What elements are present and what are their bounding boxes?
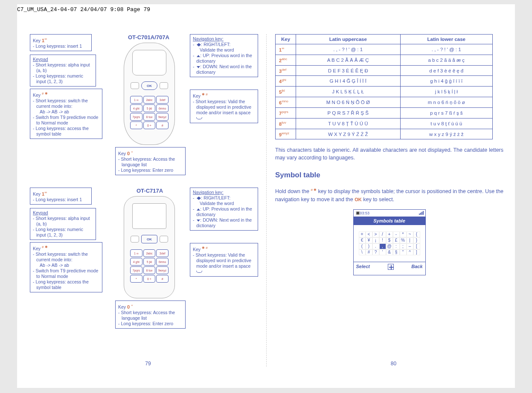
- key-cell: 7pqrs: [276, 107, 296, 118]
- phone-key: 7pqrs: [130, 113, 142, 121]
- key-cell: 6mno: [276, 97, 296, 108]
- upper-cell: A B C 2 Ã Ä Å Æ Ç: [296, 55, 401, 65]
- phone-key: 1 ∞: [130, 249, 142, 257]
- line: - Short keypress: alpha input (a, b): [33, 216, 93, 227]
- phone2-keypad: 1 ∞2abc3def4 ghi5 jkl6mno7pqrs8 tuv9wxyz…: [130, 249, 169, 283]
- symbol-cell: *: [400, 231, 407, 237]
- phone-key: 4 ghi: [130, 258, 142, 266]
- lower-cell: . , - ? ! ' @ : 1: [400, 44, 493, 55]
- label: Key: [118, 151, 126, 156]
- symbol-cell: !: [379, 237, 386, 243]
- symbol-cell: :: [393, 243, 400, 249]
- phone2-graphic: OK 1 ∞2abc3def4 ghi5 jkl6mno7pqrs8 tuv9w…: [124, 196, 175, 298]
- line: - Short keypress: Access the language li…: [118, 310, 183, 321]
- symbol-cell: §: [393, 249, 400, 255]
- left-page: OT-C701A/707A OK 1 ∞2abc3def4 ghi5 jkl6m…: [30, 34, 267, 367]
- text: - Short keypress: Valid the displayed wo…: [193, 99, 251, 115]
- lower-cell: j k l 5 ķ ĺ ļ ł: [400, 87, 493, 97]
- symbol-cell: ;: [400, 243, 407, 249]
- line: - Long keypress: access the symbol table: [33, 126, 99, 137]
- ok-key-icon: OK: [355, 197, 362, 202]
- phone-key: 8 tuv: [143, 113, 156, 121]
- upper-cell: D E F 3 È É Ě Ę Đ: [296, 65, 401, 76]
- phone-key: 6mno: [156, 258, 169, 266]
- phone-key: *: [130, 121, 142, 129]
- battery-time: 🔳03:53: [355, 211, 370, 215]
- softkey-back: Back: [411, 264, 422, 270]
- label: Key: [33, 38, 41, 43]
- line: Ab -> AB -> ab: [33, 109, 99, 115]
- phone2-nav: OK: [132, 231, 166, 247]
- hash-key-icon: # ✱: [311, 188, 317, 192]
- para-symbol: Hold down the # ✱ key to display the sym…: [275, 186, 503, 203]
- table-header: Key: [276, 35, 296, 44]
- text: : DOWN: Next word in the dictionary: [196, 217, 252, 228]
- line: - : DOWN: Next word in the dictionary: [193, 217, 255, 228]
- line: - Short keypress: alpha input (a, b): [33, 62, 93, 73]
- symbols-table-screenshot: 🔳03:53 Symbols table =<>/+-*~{€¥¡!$£%|}(…: [353, 209, 426, 275]
- lower-cell: a b c 2 ã ä å æ ç: [400, 55, 493, 65]
- line: - Long keypress: insert 1: [33, 43, 89, 49]
- key-cell: 3def: [276, 65, 296, 76]
- line: - Long keypress: Enter zero: [118, 168, 183, 173]
- line: - : RIGHT/LEFT:: [193, 195, 255, 201]
- symbols-grid: =<>/+-*~{€¥¡!$£%|}().,@:;–[\#?'&§"^]: [359, 231, 420, 255]
- phone1-keypad: 1 ∞2abc3def4 ghi5 jkl6mno7pqrs8 tuv9wxyz…: [130, 96, 169, 129]
- phone2-title: OT-C717A: [137, 188, 163, 194]
- symbol-cell: (: [359, 243, 366, 249]
- table-row: 1∞. , - ? ! ' @ : 1. , - ? ! ' @ : 1: [276, 44, 493, 55]
- phone-key: 9wxyz: [156, 266, 169, 274]
- line: Validate the word: [193, 201, 255, 206]
- symbol-cell: +: [386, 231, 393, 237]
- upper-cell: P Q R S 7 Ř Ŕ Ş Š: [296, 107, 401, 118]
- lower-cell: g h i 4 ğ ģ î í ï ī: [400, 76, 493, 87]
- star-sup: ✱ #: [202, 246, 208, 250]
- line: - Short keypress: Valid the displayed wo…: [193, 252, 255, 275]
- symbol-cell: |: [407, 237, 413, 243]
- soft-left-key: [131, 236, 139, 243]
- table-row: 4ghiG H I 4 Ğ Ģ Î Í Ï Īg h i 4 ğ ģ î í ï…: [276, 76, 493, 87]
- line: - : RIGHT/LEFT:: [193, 42, 255, 47]
- line: - : DOWN: Next word in the dictionary: [193, 64, 255, 75]
- callout-key0-b: Key 0 + - Short keypress: Access the lan…: [115, 301, 186, 329]
- table-row: 6mnoM N O 6 Ń Ņ Õ Ö Øm n o 6 ń ņ õ ö ø: [276, 97, 493, 108]
- symbol-cell: ]: [413, 249, 420, 255]
- symbol-cell: {: [413, 231, 420, 237]
- title: Keypad: [33, 57, 48, 62]
- symbol-cell: ^: [407, 249, 413, 255]
- symbol-cell: /: [379, 231, 386, 237]
- symbol-cell: #: [366, 249, 372, 255]
- label: Key: [33, 92, 41, 98]
- key-1-sup: ∞: [44, 37, 47, 41]
- key-cell: 1∞: [276, 44, 296, 55]
- label: Key: [118, 304, 126, 309]
- phone-key: 6mno: [156, 104, 169, 112]
- nav-cross-icon: [388, 264, 394, 270]
- table-row: 9wxyzW X Y Z 9 Ý Ź Ż Žw x y z 9 ý ź ż ž: [276, 129, 493, 139]
- lower-cell: m n o 6 ń ņ õ ö ø: [400, 97, 493, 108]
- line: - Switch from T9 predictive mode to Norm…: [33, 268, 99, 279]
- table-row: 8tuvT U V 8 Ţ Ť Ù Ú Üt u v 8 ţ ť ù ú ü: [276, 118, 493, 129]
- character-table: KeyLatin uppercaseLatin lower case 1∞. ,…: [275, 34, 493, 139]
- screen-statusbar: 🔳03:53: [354, 210, 425, 217]
- symbol-cell: .: [372, 243, 379, 249]
- text: Hold down the: [275, 189, 311, 195]
- title: Navigation key:: [193, 190, 224, 195]
- key-0-sup: +: [131, 150, 133, 154]
- lower-cell: w x y z 9 ý ź ż ž: [400, 129, 493, 139]
- text: : RIGHT/LEFT:: [201, 195, 230, 200]
- symbol-cell: –: [407, 243, 413, 249]
- symbol-cell: ?: [372, 249, 379, 255]
- para-generic: This characters table is generic. All av…: [275, 146, 503, 162]
- symbol-cell: $: [386, 237, 393, 243]
- hash-sup: # ✱: [42, 245, 48, 249]
- text: : UP: Previous word in the dictionary: [196, 206, 252, 217]
- line: - : UP: Previous word in the dictionary: [193, 206, 255, 217]
- key-0-sup: +: [131, 303, 133, 307]
- phone-key: 2abc: [143, 249, 156, 257]
- phone1-nav: OK: [132, 78, 166, 93]
- label: Key: [33, 246, 41, 251]
- phone-key: 1 ∞: [130, 96, 142, 104]
- callout-nav-a: Navigation key: - : RIGHT/LEFT: Validate…: [190, 34, 258, 77]
- callout-nav-b: Navigation key: - : RIGHT/LEFT: Validate…: [190, 188, 258, 231]
